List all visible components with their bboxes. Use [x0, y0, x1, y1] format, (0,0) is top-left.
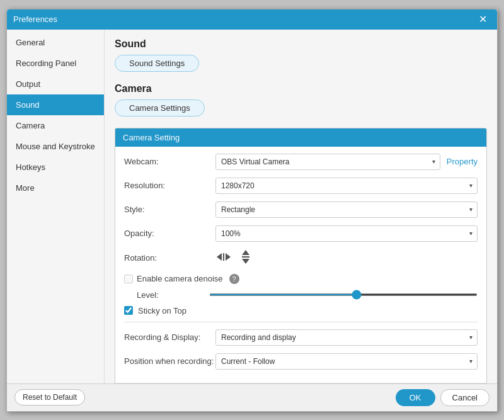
position-label: Position when recording:: [124, 356, 215, 366]
level-label: Level:: [137, 290, 209, 300]
webcam-label: Webcam:: [124, 157, 215, 166]
opacity-select-wrapper: 100% ▾: [215, 225, 478, 242]
resolution-control: 1280x720 ▾: [215, 178, 478, 194]
sidebar-item-output[interactable]: Output: [7, 74, 104, 94]
sidebar-item-camera[interactable]: Camera: [7, 115, 104, 136]
denoise-checkbox[interactable]: [124, 275, 133, 283]
recording-display-select-wrapper: Recording and display ▾: [215, 329, 478, 346]
camera-setting-panel: Camera Setting Webcam: OBS Virtual Camer…: [115, 128, 487, 383]
window-body: General Recording Panel Output Sound Cam…: [7, 30, 497, 383]
resolution-select-wrapper: 1280x720 ▾: [215, 178, 478, 194]
rotation-control: [215, 249, 478, 268]
property-link[interactable]: Property: [447, 157, 478, 166]
preferences-window: Preferences ✕ General Recording Panel Ou…: [6, 9, 498, 412]
position-control: Current - Follow ▾: [215, 353, 478, 370]
webcam-select[interactable]: OBS Virtual Camera: [215, 154, 440, 170]
svg-rect-2: [223, 253, 224, 261]
sticky-row: Sticky on Top: [124, 306, 478, 315]
resolution-select[interactable]: 1280x720: [215, 178, 478, 194]
opacity-control: 100% ▾: [215, 225, 478, 242]
webcam-row: Webcam: OBS Virtual Camera ▾ Property: [124, 153, 478, 171]
reset-to-default-button[interactable]: Reset to Default: [14, 389, 85, 406]
svg-rect-5: [242, 256, 249, 258]
main-content: Sound Sound Settings Camera Camera Setti…: [105, 30, 497, 383]
webcam-control: OBS Virtual Camera ▾ Property: [215, 154, 478, 170]
recording-display-select[interactable]: Recording and display: [215, 329, 478, 346]
style-select-wrapper: Rectangle ▾: [215, 201, 478, 218]
opacity-select[interactable]: 100%: [215, 225, 478, 242]
sidebar-item-sound[interactable]: Sound: [7, 94, 104, 115]
panel-header: Camera Setting: [115, 128, 486, 147]
position-select[interactable]: Current - Follow: [215, 353, 478, 370]
level-row: Level:: [124, 290, 478, 300]
sidebar-item-hotkeys[interactable]: Hotkeys: [7, 157, 104, 178]
recording-display-control: Recording and display ▾: [215, 329, 478, 346]
sidebar-item-more[interactable]: More: [7, 178, 104, 198]
denoise-row: Enable camera denoise ?: [124, 274, 478, 284]
help-icon[interactable]: ?: [229, 274, 239, 284]
flip-horizontal-button[interactable]: [215, 251, 232, 266]
close-button[interactable]: ✕: [475, 13, 491, 26]
svg-marker-0: [217, 253, 222, 261]
panel-body: Webcam: OBS Virtual Camera ▾ Property: [115, 147, 486, 383]
sound-section-title: Sound: [115, 38, 487, 50]
content-area: Sound Sound Settings Camera Camera Setti…: [105, 30, 497, 383]
sound-button-row: Sound Settings: [115, 55, 487, 72]
resolution-row: Resolution: 1280x720 ▾: [124, 177, 478, 195]
position-select-wrapper: Current - Follow ▾: [215, 353, 478, 370]
rotation-label: Rotation:: [124, 253, 215, 263]
window-cancel-button[interactable]: Cancel: [440, 389, 490, 406]
rotation-controls: [215, 249, 252, 268]
camera-settings-button[interactable]: Camera Settings: [115, 99, 205, 116]
sidebar-item-general[interactable]: General: [7, 32, 104, 53]
level-slider[interactable]: [209, 293, 478, 296]
window-ok-button[interactable]: OK: [396, 389, 435, 406]
sticky-label: Sticky on Top: [138, 306, 186, 315]
window-title: Preferences: [13, 14, 57, 24]
flip-vertical-button[interactable]: [239, 249, 252, 268]
position-row: Position when recording: Current - Follo…: [124, 353, 478, 370]
sticky-checkbox[interactable]: [124, 306, 133, 315]
opacity-row: Opacity: 100% ▾: [124, 225, 478, 242]
svg-marker-3: [242, 250, 249, 255]
style-row: Style: Rectangle ▾: [124, 201, 478, 219]
svg-marker-4: [242, 259, 249, 264]
titlebar: Preferences ✕: [7, 9, 497, 30]
sidebar: General Recording Panel Output Sound Cam…: [7, 30, 105, 383]
slider-container: [209, 293, 478, 296]
camera-section-title: Camera: [115, 83, 487, 94]
svg-marker-1: [226, 253, 231, 261]
denoise-label: Enable camera denoise: [137, 274, 223, 283]
style-select[interactable]: Rectangle: [215, 201, 478, 218]
resolution-label: Resolution:: [124, 181, 215, 190]
sidebar-item-recording-panel[interactable]: Recording Panel: [7, 53, 104, 74]
opacity-label: Opacity:: [124, 229, 215, 238]
recording-display-row: Recording & Display: Recording and displ…: [124, 329, 478, 346]
sound-settings-button[interactable]: Sound Settings: [115, 55, 199, 72]
webcam-select-wrapper: OBS Virtual Camera ▾: [215, 154, 440, 170]
recording-display-label: Recording & Display:: [124, 332, 215, 342]
window-footer: Reset to Default OK Cancel: [7, 383, 497, 411]
divider: [124, 322, 478, 322]
style-label: Style:: [124, 205, 215, 214]
camera-button-row: Camera Settings: [115, 99, 487, 116]
style-control: Rectangle ▾: [215, 201, 478, 218]
window-ok-cancel-group: OK Cancel: [396, 389, 490, 406]
rotation-row: Rotation:: [124, 249, 478, 268]
sidebar-item-mouse-keystroke[interactable]: Mouse and Keystroke: [7, 136, 104, 157]
